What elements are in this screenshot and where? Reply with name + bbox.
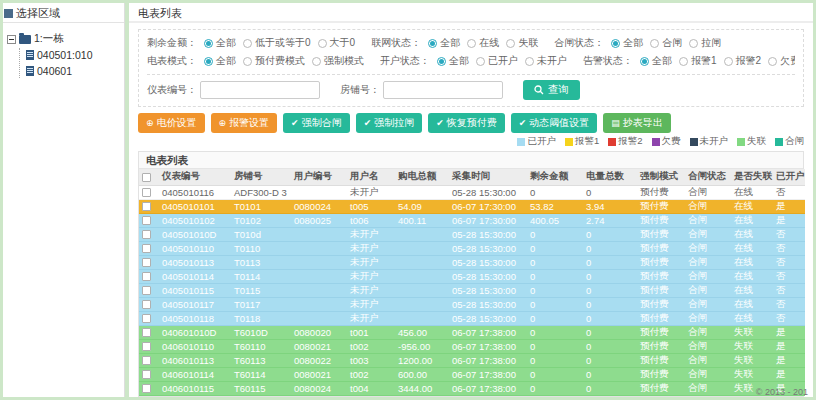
row-checkbox[interactable] [142,370,151,379]
row-checkbox[interactable] [142,258,151,267]
radio-option[interactable]: 已开户 [476,54,518,68]
tree-node-label[interactable]: 1:一栋 [34,32,64,46]
row-checkbox[interactable] [142,202,151,211]
action-button[interactable]: ✔恢复预付费 [428,113,505,133]
action-button[interactable]: ▤抄表导出 [603,113,671,133]
radio-option[interactable]: 合闸 [650,36,682,50]
query-button[interactable]: 查询 [523,80,580,100]
radio-icon[interactable] [318,39,327,48]
legend-label: 欠费 [662,135,681,148]
row-checkbox[interactable] [142,314,151,323]
radio-label[interactable]: 拉闸 [701,36,721,50]
row-checkbox[interactable] [142,384,151,393]
radio-option[interactable]: 拉闸 [689,36,721,50]
radio-option[interactable]: 全部 [437,54,469,68]
collapse-icon[interactable] [7,35,16,44]
radio-label[interactable]: 大于0 [330,36,356,50]
radio-option[interactable]: 强制模式 [312,54,364,68]
radio-icon[interactable] [650,39,659,48]
radio-option[interactable]: 报警2 [724,54,762,68]
radio-icon[interactable] [724,57,733,66]
table-cell: 0 [527,185,583,199]
table-cell: ADF300-D 3 [231,185,291,199]
radio-label[interactable]: 报警1 [691,54,717,68]
radio-label[interactable]: 全部 [440,36,460,50]
radio-icon[interactable] [768,57,777,66]
tree-node-label[interactable]: 040501:010 [37,49,92,61]
meter-no-input[interactable] [200,81,320,99]
tree-node-root[interactable]: 1:一栋 [7,32,120,46]
row-checkbox[interactable] [142,342,151,351]
radio-label[interactable]: 在线 [479,36,499,50]
radio-label[interactable]: 未开户 [537,54,567,68]
radio-label[interactable]: 已开户 [488,54,518,68]
radio-option[interactable]: 在线 [467,36,499,50]
radio-option[interactable]: 预付费模式 [243,54,305,68]
radio-icon[interactable] [243,39,252,48]
select-all-checkbox[interactable] [142,173,151,182]
room-no-input[interactable] [383,81,503,99]
action-button[interactable]: ✔动态阈值设置 [511,113,598,133]
radio-option[interactable]: 未开户 [525,54,567,68]
action-button[interactable]: ✔强制拉闸 [356,113,423,133]
radio-option[interactable]: 全部 [204,54,236,68]
radio-icon[interactable] [679,57,688,66]
radio-icon[interactable] [506,39,515,48]
radio-label[interactable]: 全部 [623,36,643,50]
radio-label[interactable]: 失联 [518,36,538,50]
radio-option[interactable]: 欠费 [768,54,795,68]
radio-icon[interactable] [611,39,620,48]
table-cell: 0 [527,325,583,339]
row-checkbox[interactable] [142,244,151,253]
tree-node-label[interactable]: 040601 [37,65,72,77]
radio-option[interactable]: 全部 [204,36,236,50]
row-checkbox[interactable] [142,216,151,225]
row-checkbox[interactable] [142,300,151,309]
row-checkbox[interactable] [142,272,151,281]
radio-option[interactable]: 低于或等于0 [243,36,311,50]
radio-icon[interactable] [428,39,437,48]
action-button[interactable]: ✔强制合闸 [283,113,350,133]
radio-icon[interactable] [204,39,213,48]
radio-label[interactable]: 合闸 [662,36,682,50]
radio-icon[interactable] [525,57,534,66]
radio-icon[interactable] [204,57,213,66]
radio-label[interactable]: 强制模式 [324,54,364,68]
tree-node[interactable]: 040601 [26,64,120,78]
radio-label[interactable]: 欠费 [780,54,795,68]
radio-option[interactable]: 全部 [611,36,643,50]
radio-option[interactable]: 报警1 [679,54,717,68]
row-checkbox[interactable] [142,286,151,295]
radio-icon[interactable] [243,57,252,66]
radio-label[interactable]: 全部 [652,54,672,68]
action-button[interactable]: ⊕电价设置 [138,113,205,133]
row-checkbox[interactable] [142,328,151,337]
table-cell: T6010D [231,325,291,339]
row-checkbox[interactable] [142,230,151,239]
radio-label[interactable]: 低于或等于0 [255,36,311,50]
radio-option[interactable]: 大于0 [318,36,356,50]
table-cell: 在线 [731,241,773,255]
radio-icon[interactable] [467,39,476,48]
radio-label[interactable]: 预付费模式 [255,54,305,68]
radio-option[interactable]: 全部 [640,54,672,68]
radio-icon[interactable] [437,57,446,66]
radio-option[interactable]: 全部 [428,36,460,50]
action-button[interactable]: ⊕报警设置 [211,113,278,133]
tree-node[interactable]: 040501:010 [26,48,120,62]
radio-icon[interactable] [689,39,698,48]
radio-label[interactable]: 全部 [216,36,236,50]
radio-icon[interactable] [312,57,321,66]
row-checkbox[interactable] [142,188,151,197]
radio-icon[interactable] [640,57,649,66]
radio-icon[interactable] [476,57,485,66]
row-checkbox-cell [139,199,159,213]
radio-label[interactable]: 全部 [449,54,469,68]
table-cell: 0405010101 [159,199,231,213]
radio-label[interactable]: 报警2 [736,54,762,68]
column-header: 剩余金额 [527,169,583,185]
radio-label[interactable]: 全部 [216,54,236,68]
tree-children: 040501:010040601 [19,48,120,78]
row-checkbox[interactable] [142,356,151,365]
radio-option[interactable]: 失联 [506,36,538,50]
